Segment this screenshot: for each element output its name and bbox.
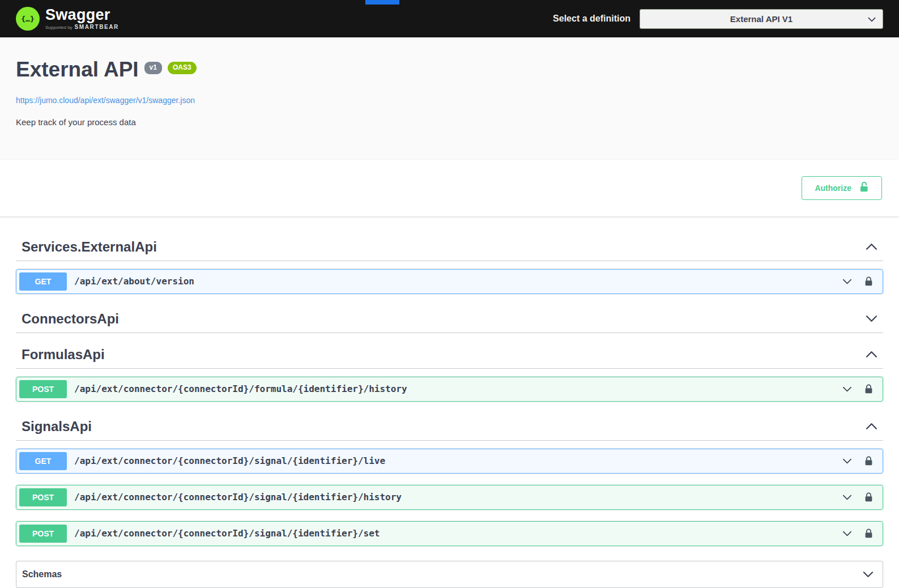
operation-path: /api/ext/connector/{connectorId}/formula… — [74, 384, 407, 394]
operation-controls — [842, 455, 880, 466]
definition-select[interactable]: External API V1 — [640, 9, 883, 29]
schemas-section[interactable]: Schemas — [16, 561, 883, 588]
topbar: {…} Swagger Supported by SMARTBEAR Selec… — [0, 0, 899, 37]
operation-controls — [842, 276, 880, 287]
api-title-text: External API — [16, 58, 139, 82]
tag-header-FormulasApi[interactable]: FormulasApi — [16, 341, 883, 369]
tag-title: Services.ExternalApi — [22, 239, 157, 255]
tag-header-SignalsApi[interactable]: SignalsApi — [16, 413, 883, 441]
supported-by-label: Supported by — [45, 25, 73, 30]
operation-path: /api/ext/connector/{connectorId}/signal/… — [74, 528, 380, 539]
tag-section: FormulasApiPOST/api/ext/connector/{conne… — [16, 341, 883, 402]
padlock-icon[interactable] — [864, 492, 873, 502]
operation-path: /api/ext/connector/{connectorId}/signal/… — [74, 492, 402, 502]
operation-row[interactable]: GET/api/ext/about/version — [16, 269, 883, 294]
method-badge: POST — [19, 380, 67, 398]
selected-definition-value: External API V1 — [730, 14, 793, 24]
tag-section: ConnectorsApi — [16, 305, 883, 333]
chevron-up-icon — [866, 243, 877, 250]
authorize-label: Authorize — [815, 183, 851, 193]
version-badge: v1 — [144, 62, 162, 74]
api-title: External API v1 OAS3 — [16, 58, 883, 82]
swagger-brand[interactable]: {…} Swagger Supported by SMARTBEAR — [16, 7, 119, 31]
chevron-down-icon — [868, 17, 876, 22]
method-badge: GET — [19, 452, 67, 470]
padlock-icon[interactable] — [864, 528, 873, 539]
chevron-down-icon — [842, 279, 852, 284]
authorize-button[interactable]: Authorize — [802, 176, 882, 200]
tag-header-Services.ExternalApi[interactable]: Services.ExternalApi — [16, 233, 883, 261]
brand-text: Swagger Supported by SMARTBEAR — [45, 7, 119, 30]
oas3-badge: OAS3 — [168, 62, 197, 74]
api-description: Keep track of your process data — [16, 117, 883, 127]
brand-name: Swagger — [45, 7, 119, 23]
operations-area: Services.ExternalApiGET/api/ext/about/ve… — [0, 216, 899, 546]
operation-row[interactable]: POST/api/ext/connector/{connectorId}/sig… — [16, 485, 883, 510]
chevron-up-icon — [866, 351, 877, 358]
tag-sections: Services.ExternalApiGET/api/ext/about/ve… — [16, 233, 883, 546]
definition-picker: Select a definition External API V1 — [553, 9, 883, 29]
tag-title: ConnectorsApi — [22, 311, 119, 327]
tag-title: FormulasApi — [22, 347, 105, 363]
scheme-container: Authorize — [0, 160, 899, 216]
method-badge: GET — [19, 272, 67, 291]
method-badge: POST — [19, 525, 67, 543]
smartbear-label: SMARTBEAR — [75, 24, 119, 30]
padlock-icon[interactable] — [864, 384, 873, 394]
select-definition-label: Select a definition — [553, 14, 630, 24]
spec-url-link[interactable]: https://jumo.cloud/api/ext/swagger/v1/sw… — [16, 96, 195, 105]
operation-row[interactable]: GET/api/ext/connector/{connectorId}/sign… — [16, 449, 883, 474]
api-info: External API v1 OAS3 https://jumo.cloud/… — [0, 37, 899, 160]
swagger-logo-icon: {…} — [16, 7, 40, 31]
tag-title: SignalsApi — [22, 419, 92, 434]
browser-tab-strip — [365, 0, 399, 5]
tag-section: Services.ExternalApiGET/api/ext/about/ve… — [16, 233, 883, 294]
operation-path: /api/ext/about/version — [74, 276, 194, 287]
tag-header-ConnectorsApi[interactable]: ConnectorsApi — [16, 305, 883, 333]
chevron-down-icon — [863, 571, 874, 578]
schemas-title: Schemas — [22, 569, 62, 580]
chevron-down-icon — [866, 315, 877, 322]
operation-row[interactable]: POST/api/ext/connector/{connectorId}/sig… — [16, 521, 883, 546]
operation-controls — [842, 492, 880, 502]
chevron-up-icon — [866, 423, 877, 430]
brand-subtitle: Supported by SMARTBEAR — [45, 24, 119, 30]
chevron-down-icon — [842, 386, 852, 392]
operation-path: /api/ext/connector/{connectorId}/signal/… — [74, 455, 385, 466]
method-badge: POST — [19, 488, 67, 506]
operation-controls — [842, 528, 880, 539]
chevron-down-icon — [842, 531, 852, 536]
padlock-icon[interactable] — [864, 455, 873, 466]
chevron-down-icon — [842, 458, 852, 464]
logo-glyph: {…} — [21, 15, 34, 23]
padlock-icon[interactable] — [864, 276, 873, 287]
chevron-down-icon — [842, 495, 852, 500]
operation-controls — [842, 384, 880, 394]
unlocked-padlock-icon — [859, 181, 869, 195]
operation-row[interactable]: POST/api/ext/connector/{connectorId}/for… — [16, 377, 883, 402]
tag-section: SignalsApiGET/api/ext/connector/{connect… — [16, 413, 883, 546]
